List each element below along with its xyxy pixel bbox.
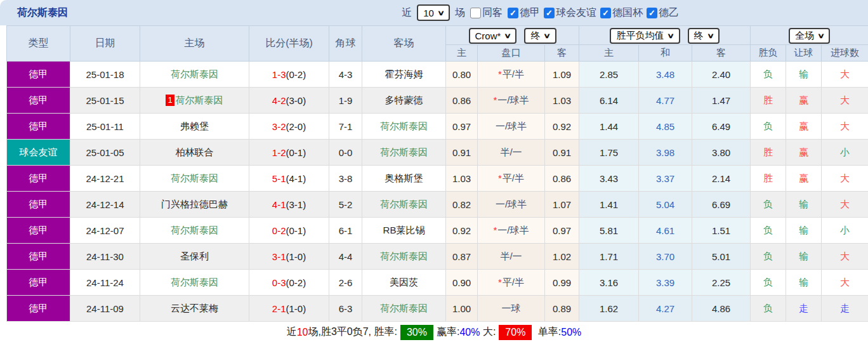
home-team-cell: 荷尔斯泰因 [140,62,249,88]
corners-cell: 3-8 [329,166,362,192]
star-icon: * [493,225,497,235]
summary-prefix: 近 [287,326,297,339]
score-cell: 3-2(2-0) [249,114,329,140]
score-cell: 0-3(0-2) [249,270,329,296]
home-team-name: 弗赖堡 [180,121,209,131]
checkbox-icon[interactable]: ✓ [600,8,611,18]
away-team-name: 美因茨 [390,277,418,287]
corners-cell: 1-9 [329,88,362,114]
handicap-result-cell: 赢 [786,166,822,192]
avg-home-cell: 6.14 [579,88,639,114]
home-team-name: 荷尔斯泰因 [171,173,218,183]
away-team-cell: 荷尔斯泰因 [362,244,446,270]
topbar: 荷尔斯泰因 近 10 ∨ 场 同客 ✓德甲✓球会友谊✓德国杯✓德乙 [0,0,868,25]
away-team-name: 荷尔斯泰因 [380,121,428,131]
home-team-cell: 1荷尔斯泰因 [140,88,249,114]
odds-time-select[interactable]: 终 ∨ [524,28,556,44]
score-cell: 2-1(1-0) [249,296,329,322]
avg-draw-cell: 4.77 [639,88,692,114]
avg-time-select[interactable]: 终 ∨ [688,28,720,44]
avg-away-cell: 1.47 [692,88,751,114]
avg-home-cell: 1.62 [579,296,639,322]
chevron-down-icon: ∨ [543,32,551,40]
avg-draw-cell: 5.04 [639,192,692,218]
date-cell: 25-01-11 [70,114,140,140]
odds-away-cell: 0.86 [545,166,579,192]
date-cell: 24-12-21 [70,166,140,192]
filter-德乙[interactable]: ✓德乙 [647,6,679,20]
odds-home-cell: 0.87 [446,244,478,270]
result-cell: 负 [751,114,786,140]
checkbox-icon[interactable] [470,8,481,18]
filters: ✓德甲✓球会友谊✓德国杯✓德乙 [508,6,679,20]
home-team-name: 荷尔斯泰因 [171,69,218,79]
chevron-down-icon: ∨ [817,32,825,40]
league-type-cell: 德甲 [7,62,70,88]
home-team-name: 荷尔斯泰因 [171,225,218,235]
score-cell: 1-2(0-1) [249,140,329,166]
avg-away-cell: 4.86 [692,296,751,322]
odds-away-cell: 0.89 [545,296,579,322]
recent-count-select[interactable]: 10 ∨ [417,4,450,21]
filter-德国杯[interactable]: ✓德国杯 [600,6,643,20]
summary-bar: 近10场,胜3平0负7, 胜率:30%赢率:40% 大:70% 单率:50% [0,322,868,342]
col-header-away: 客场 [362,26,446,62]
recent-label: 近 [402,6,412,20]
handicap-rate-label: 赢率: [437,326,459,339]
odds-home-cell: 1.03 [446,166,478,192]
avg-home-cell: 3.43 [579,166,639,192]
odds-away-cell: 1.02 [545,244,579,270]
handicap-result-cell: 输 [786,192,822,218]
date-cell: 25-01-15 [70,88,140,114]
goals-result-cell: 大 [822,62,868,88]
away-team-name: 荷尔斯泰因 [380,147,428,157]
result-cell: 胜 [751,140,786,166]
league-type-cell: 德甲 [7,270,70,296]
result-cell: 负 [751,62,786,88]
corners-cell: 6-3 [329,296,362,322]
match-row: 德甲24-11-09云达不莱梅2-1(1-0)6-3荷尔斯泰因1.00一球0.8… [7,296,868,322]
checkbox-icon[interactable]: ✓ [508,8,518,18]
avg-home-cell: 1.41 [579,192,639,218]
single-rate-value: 50% [561,327,581,338]
filter-球会友谊[interactable]: ✓球会友谊 [544,6,596,20]
avg-draw-cell: 3.48 [639,62,692,88]
result-cell: 负 [751,192,786,218]
checkbox-icon[interactable]: ✓ [544,8,555,18]
avg-type-select[interactable]: 胜平负均值 ∨ [610,28,680,44]
handicap-cell: 半/一 [478,244,545,270]
away-team-name: 奥格斯堡 [385,173,423,183]
away-team-name: 霍芬海姆 [385,69,423,79]
handicap-result-cell: 输 [786,270,822,296]
period-select[interactable]: 全场 ∨ [789,28,830,44]
result-cell: 负 [751,296,786,322]
avg-draw-cell: 4.61 [639,218,692,244]
match-row: 球会友谊25-01-05柏林联合1-2(0-1)0-0荷尔斯泰因0.91半/一0… [7,140,868,166]
big-rate-label: 大: [480,326,496,339]
odds-source-select[interactable]: Crow* ∨ [469,28,517,44]
same-venue-filter[interactable]: 同客 [470,6,503,20]
avg-draw-cell: 4.85 [639,114,692,140]
avg-home-cell: 1.75 [579,140,639,166]
odds-group-header: Crow* ∨ 终 ∨ [446,26,579,45]
star-icon: * [498,69,502,79]
single-rate-label: 单率: [535,326,561,339]
home-team-name: 柏林联合 [176,147,214,157]
filter-label: 球会友谊 [556,6,596,20]
chevron-down-icon: ∨ [667,32,674,40]
league-type-cell: 德甲 [7,166,70,192]
away-team-cell: 荷尔斯泰因 [362,114,446,140]
checkbox-icon[interactable]: ✓ [647,8,657,18]
games-label: 场 [455,6,465,20]
odds-away-cell: 1.09 [545,62,579,88]
corners-cell: 2-6 [329,270,362,296]
star-icon: * [498,277,502,287]
home-team-cell: 弗赖堡 [140,114,249,140]
filter-德甲[interactable]: ✓德甲 [508,6,540,20]
matches-table: 类型 日期 主场 比分(半场) 角球 客场 Crow* ∨ 终 ∨ [6,25,868,322]
result-group-header: 全场 ∨ [751,26,868,45]
match-row: 德甲25-01-11弗赖堡3-2(2-0)7-1荷尔斯泰因0.97一/球半0.9… [7,114,868,140]
handicap-cell: *平/半 [478,166,545,192]
odds-away-cell: 1.03 [545,88,579,114]
corners-cell: 4-3 [329,62,362,88]
